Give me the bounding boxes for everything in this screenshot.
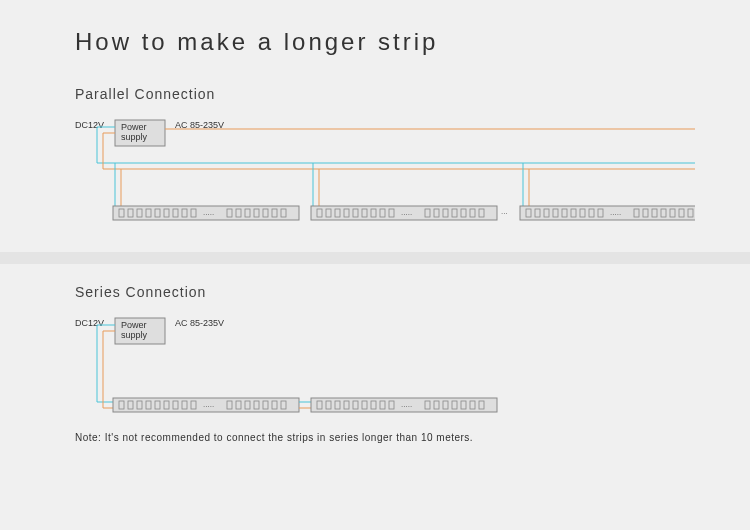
- series-section: Series Connection DC12V AC 85-235V Power…: [75, 284, 675, 443]
- svg-text:.....: .....: [610, 208, 621, 217]
- psu-text-s2: supply: [121, 330, 148, 340]
- parallel-diagram: DC12V AC 85-235V Power supply: [75, 114, 695, 244]
- series-heading: Series Connection: [75, 284, 675, 300]
- section-divider: [0, 252, 750, 264]
- svg-text:.....: .....: [203, 400, 214, 409]
- dc-drop-2: [103, 133, 115, 169]
- dc-drop-s1: [97, 325, 115, 402]
- page-title: How to make a longer strip: [75, 28, 675, 56]
- series-note: Note: It's not recommended to connect th…: [75, 432, 675, 443]
- dc-label: DC12V: [75, 120, 104, 130]
- psu-text-2: supply: [121, 132, 148, 142]
- svg-text:.....: .....: [203, 208, 214, 217]
- ac-label-s: AC 85-235V: [175, 318, 224, 328]
- series-diagram: DC12V AC 85-235V Power supply ..... ....…: [75, 312, 695, 422]
- psu-text-s1: Power: [121, 320, 147, 330]
- svg-text:.....: .....: [401, 400, 412, 409]
- psu-text-1: Power: [121, 122, 147, 132]
- strip-3: [520, 206, 695, 220]
- dc-drop-s2: [103, 331, 115, 408]
- strip-gap-dots: ...: [501, 207, 508, 216]
- dc-label-s: DC12V: [75, 318, 104, 328]
- dc-drop-1: [97, 127, 115, 163]
- parallel-heading: Parallel Connection: [75, 86, 675, 102]
- svg-text:.....: .....: [401, 208, 412, 217]
- parallel-section: Parallel Connection DC12V AC 85-235V Pow…: [75, 86, 675, 244]
